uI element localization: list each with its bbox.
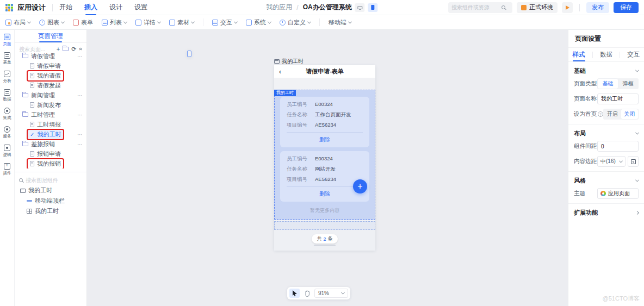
preview-button[interactable] — [562, 2, 573, 13]
tree-page-worktime-fill[interactable]: 工时填报 — [15, 120, 86, 129]
main-menu: 开始 插入 设计 设置 — [59, 0, 147, 15]
tool-system[interactable]: 系统 — [246, 18, 271, 27]
layer-mobile-topbar[interactable]: 移动端顶栏 — [15, 196, 86, 206]
selected-list-component[interactable]: 我的工时 员工编号E00324 任务名称工作台页面开发 项目编号AE56234 … — [274, 90, 375, 220]
layer-label: 我的工时 — [35, 207, 59, 215]
environment-switch[interactable]: 正式环境 — [517, 2, 558, 13]
save-button[interactable]: 保存 — [614, 2, 639, 13]
rail-forms[interactable]: 表单 — [3, 52, 11, 65]
custom-padding-button[interactable] — [628, 156, 639, 167]
info-icon[interactable]: ? — [598, 111, 603, 117]
publish-button[interactable]: 发布 — [586, 2, 609, 13]
menu-start[interactable]: 开始 — [59, 0, 72, 15]
tool-chart[interactable]: 图表 — [39, 18, 64, 27]
layer-my-worktime-list[interactable]: 我的工时 — [15, 206, 86, 216]
chevron-down-icon — [157, 20, 161, 23]
app-grid-icon[interactable] — [5, 4, 13, 11]
empty-placeholder-component[interactable] — [274, 221, 375, 230]
more-icon[interactable]: ⋯ — [77, 53, 83, 59]
tree-page-expense-apply[interactable]: 报销申请 — [15, 149, 86, 159]
tool-label: 交互 — [220, 18, 232, 27]
component-spacing-input[interactable] — [597, 141, 639, 152]
page-name-input[interactable] — [597, 93, 639, 104]
more-icon[interactable]: ⋯ — [77, 132, 83, 138]
pan-tool-button[interactable] — [302, 289, 312, 298]
back-icon[interactable]: ‹ — [279, 68, 281, 75]
homepage-off[interactable]: 关闭 — [621, 109, 639, 119]
tool-layout[interactable]: 布局 — [5, 18, 30, 27]
section-extended-header[interactable]: 扩展功能 — [574, 204, 639, 220]
zoom-level-value: 91% — [318, 290, 329, 296]
tree-page-my-worktime[interactable]: ✓我的工时⋯ — [15, 129, 86, 139]
rail-analysis[interactable]: 分析 — [3, 71, 11, 84]
tree-folder-leave[interactable]: 请假管理⋯ — [15, 51, 86, 61]
mobile-preview-frame[interactable]: ‹ 请假申请-表单 我的工时 员工编号E00324 任务名称工作台页面开发 项目… — [274, 65, 375, 251]
folder-icon — [63, 47, 69, 51]
tree-page-my-leave[interactable]: 我的请假 — [15, 71, 86, 80]
rail-data[interactable]: 数据 — [3, 89, 11, 102]
select-tool-button[interactable] — [289, 289, 300, 298]
content-padding-select[interactable]: 中(16) — [597, 156, 626, 167]
tree-folder-news[interactable]: 新闻管理⋯ — [15, 90, 86, 100]
page-type-modal[interactable]: 弹框 — [618, 79, 638, 89]
tree-page-leave-apply[interactable]: 请假申请 — [15, 61, 86, 71]
delete-button[interactable]: 删除 — [287, 189, 363, 199]
rail-logic[interactable]: 逻辑 — [3, 145, 11, 158]
tool-mobile[interactable]: 移动端 — [329, 18, 351, 27]
tree-page-my-expense[interactable]: 我的报销 — [15, 159, 86, 168]
search-icon — [501, 5, 505, 9]
design-canvas[interactable]: 我的工时 ‹ 请假申请-表单 我的工时 员工编号E00324 任务名称工作台页面… — [87, 30, 568, 306]
tree-folder-expense[interactable]: 差旅报销⋯ — [15, 139, 86, 149]
worktime-card[interactable]: 员工编号E00324 任务名称工作台页面开发 项目编号AE56234 删除 — [280, 97, 369, 147]
tab-interaction[interactable]: 交互 — [626, 48, 641, 61]
rail-services[interactable]: 服务 — [3, 126, 11, 139]
tool-detail[interactable]: 详情 — [135, 18, 160, 27]
zoom-level-select[interactable]: 91% — [314, 289, 348, 298]
page-type-basic[interactable]: 基础 — [598, 79, 618, 89]
tool-custom[interactable]: 自定义 — [280, 18, 311, 27]
worktime-card[interactable]: 员工编号E00324 任务名称网站开发 项目编号AE56234 删除 — [280, 151, 369, 202]
delete-button[interactable]: 删除 — [287, 135, 363, 145]
add-record-fab[interactable]: + — [353, 179, 367, 193]
homepage-on[interactable]: 开启 — [604, 109, 621, 119]
more-icon[interactable]: ⋯ — [77, 141, 83, 147]
tool-form[interactable]: 表单 — [73, 18, 93, 27]
theme-row: 主题 应用页面 — [574, 188, 639, 199]
component-search[interactable] — [448, 2, 512, 13]
menu-settings[interactable]: 设置 — [134, 0, 147, 15]
menu-insert[interactable]: 插入 — [84, 0, 97, 15]
section-style-header[interactable]: 风格 — [574, 172, 639, 188]
rail-integration[interactable]: 集成 — [3, 108, 11, 121]
topbar-right: 正式环境 发布 保存 — [448, 2, 639, 13]
section-basic-header[interactable]: 基础 — [574, 62, 639, 78]
tab-style[interactable]: 样式 — [572, 48, 586, 61]
mobile-navbar[interactable]: ‹ 请假申请-表单 — [274, 65, 375, 78]
collapse-all-icon[interactable]: « — [78, 47, 83, 51]
breadcrumb-parent[interactable]: 我的应用 — [266, 3, 292, 12]
tool-interaction[interactable]: 交互 — [212, 18, 237, 27]
interaction-icon — [212, 20, 218, 26]
tree-page-news-publish[interactable]: 新闻发布 — [15, 100, 86, 110]
layers-search-input[interactable] — [26, 177, 82, 183]
rail-plugins[interactable]: 插件 — [3, 163, 11, 176]
rail-pages[interactable]: 页面 — [3, 34, 11, 47]
more-icon[interactable]: ⋯ — [77, 92, 83, 98]
menu-design[interactable]: 设计 — [109, 0, 122, 15]
mobile-spacer — [274, 78, 375, 90]
tab-page-management[interactable]: 页面管理 — [37, 30, 64, 42]
layer-page-root[interactable]: 我的工时 — [15, 185, 86, 196]
theme-select[interactable]: 应用页面 — [597, 188, 639, 199]
mobile-view-button[interactable] — [368, 3, 378, 12]
canvas-page-tag: 我的工时 — [274, 58, 304, 65]
theme-label: 主题 — [574, 190, 585, 197]
tree-folder-worktime[interactable]: 工时管理⋯ — [15, 110, 86, 120]
tool-list[interactable]: 列表 — [102, 18, 127, 27]
component-search-input[interactable] — [451, 4, 501, 10]
tab-data[interactable]: 数据 — [599, 48, 614, 61]
more-icon[interactable]: ⋯ — [77, 112, 83, 118]
tool-material[interactable]: 素材 — [169, 18, 194, 27]
section-layout-header[interactable]: 布局 — [574, 124, 639, 141]
tree-page-leave-initiate[interactable]: 请假发起 — [15, 80, 86, 90]
settings-title: 页面设置 — [568, 30, 644, 48]
desktop-view-button[interactable] — [355, 3, 365, 12]
